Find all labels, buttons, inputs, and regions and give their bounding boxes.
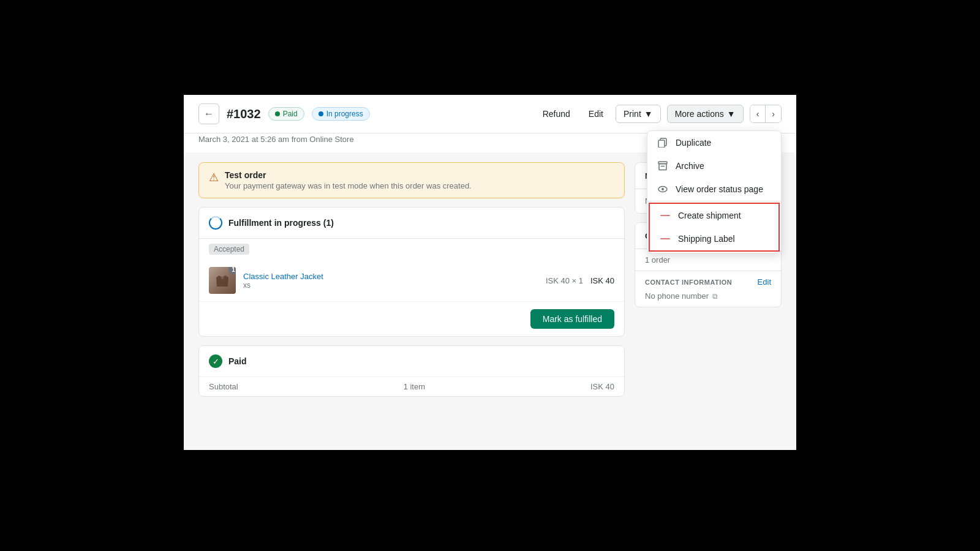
more-actions-button[interactable]: More actions ▼	[667, 105, 744, 123]
prev-arrow-button[interactable]: ‹	[750, 105, 766, 122]
fulfillment-card: Fulfillment in progress (1) Accepted	[198, 207, 625, 337]
in-progress-label: In progress	[326, 110, 363, 118]
highlighted-group: Create shipment Shipping Label	[649, 203, 780, 252]
subtotal-items: 1 item	[404, 382, 425, 391]
product-name-link[interactable]: Classic Leather Jacket	[243, 272, 538, 281]
mark-as-fulfilled-button[interactable]: Mark as fulfilled	[530, 309, 614, 329]
product-total: ISK 40	[590, 276, 614, 285]
in-progress-badge: In progress	[312, 107, 370, 121]
dropdown-shipping-label[interactable]: Shipping Label	[650, 227, 778, 250]
svg-point-6	[662, 188, 664, 190]
archive-label: Archive	[676, 161, 704, 171]
order-date: March 3, 2021 at 5:26 am from Online Sto…	[198, 135, 354, 144]
main-column: ⚠ Test order Your payment gateway was in…	[198, 162, 625, 397]
product-row: 1 Classic Leather Jacket xs ISK 40 × 1 I…	[199, 260, 624, 301]
contact-info-header: CONTACT INFORMATION Edit	[635, 271, 781, 289]
header-actions: Refund Edit Print ▼ More actions ▼ ‹ ›	[537, 105, 782, 123]
dropdown-create-shipment[interactable]: Create shipment	[650, 204, 778, 227]
view-status-label: View order status page	[676, 184, 763, 194]
page-header: ← #1032 Paid In progress Refund Edit Pri…	[184, 95, 796, 133]
product-thumbnail: 1	[209, 267, 236, 294]
print-label: Print	[624, 109, 641, 119]
paid-title: Paid	[228, 356, 247, 366]
contact-body: No phone number ⧉	[635, 289, 781, 307]
shipping-label-label: Shipping Label	[678, 234, 735, 244]
svg-rect-3	[659, 164, 666, 170]
app-frame: ← #1032 Paid In progress Refund Edit Pri…	[184, 95, 796, 450]
edit-button[interactable]: Edit	[582, 105, 609, 122]
refund-button[interactable]: Refund	[537, 105, 576, 122]
next-arrow-button[interactable]: ›	[766, 105, 781, 122]
more-actions-dropdown: Duplicate Archive View order status page	[647, 130, 782, 253]
alert-body: Your payment gateway was in test mode wh…	[225, 181, 472, 190]
paid-card: ✓ Paid Subtotal 1 item ISK 40	[198, 345, 625, 397]
svg-rect-1	[658, 140, 665, 148]
subtotal-row: Subtotal 1 item ISK 40	[199, 377, 624, 396]
subtotal-amount: ISK 40	[590, 382, 614, 391]
product-variant: xs	[243, 281, 538, 290]
fulfillment-progress-icon	[209, 216, 222, 230]
in-progress-dot	[318, 111, 323, 116]
order-number: #1032	[227, 107, 261, 121]
copy-icon[interactable]: ⧉	[712, 292, 718, 301]
fulfillment-title: Fulfillment in progress (1)	[228, 218, 334, 228]
fulfillment-card-footer: Mark as fulfilled	[199, 301, 624, 336]
fulfillment-card-header: Fulfillment in progress (1)	[199, 208, 624, 239]
create-shipment-label: Create shipment	[678, 211, 741, 220]
paid-checkmark-icon: ✓	[209, 354, 222, 368]
eye-icon	[657, 184, 668, 195]
duplicate-icon	[657, 137, 668, 148]
test-order-alert: ⚠ Test order Your payment gateway was in…	[198, 162, 625, 198]
paid-label: Paid	[283, 110, 298, 118]
paid-dot	[275, 111, 280, 116]
dropdown-archive[interactable]: Archive	[647, 154, 781, 178]
print-chevron-icon: ▼	[644, 109, 653, 119]
print-button[interactable]: Print ▼	[616, 105, 661, 123]
alert-text: Test order Your payment gateway was in t…	[225, 170, 472, 190]
product-info: Classic Leather Jacket xs	[243, 272, 538, 290]
shipping-label-icon	[660, 233, 671, 244]
paid-card-header: ✓ Paid	[199, 346, 624, 377]
subtotal-label: Subtotal	[209, 382, 238, 391]
warning-icon: ⚠	[209, 171, 219, 184]
contact-label: CONTACT INFORMATION	[645, 279, 732, 286]
paid-badge: Paid	[268, 107, 304, 121]
more-actions-label: More actions	[675, 109, 724, 119]
create-shipment-icon	[660, 210, 671, 221]
alert-title: Test order	[225, 170, 472, 180]
archive-icon	[657, 160, 668, 171]
nav-arrows: ‹ ›	[750, 105, 782, 123]
back-button[interactable]: ←	[198, 103, 219, 124]
contact-edit-link[interactable]: Edit	[758, 277, 771, 287]
phone-number: No phone number	[645, 291, 709, 301]
duplicate-label: Duplicate	[676, 138, 711, 148]
more-actions-chevron-icon: ▼	[727, 109, 736, 119]
accepted-badge: Accepted	[209, 244, 249, 255]
dropdown-view-status[interactable]: View order status page	[647, 178, 781, 201]
dropdown-duplicate[interactable]: Duplicate	[647, 131, 781, 154]
dropdown-divider	[647, 201, 781, 201]
product-price: ISK 40 × 1	[546, 276, 583, 285]
